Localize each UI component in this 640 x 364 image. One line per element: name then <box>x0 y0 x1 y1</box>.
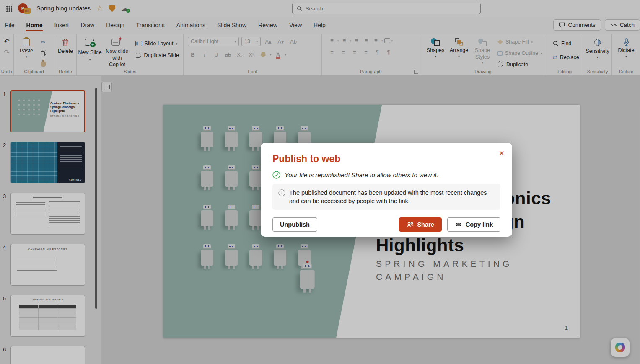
link-icon <box>455 222 462 227</box>
publish-to-web-dialog: Publish to web × Your file is republishe… <box>261 143 512 237</box>
close-icon[interactable]: × <box>499 149 504 158</box>
success-message: Your file is republished! Share to allow… <box>285 171 438 178</box>
unpublish-button[interactable]: Unpublish <box>272 217 317 232</box>
success-message-row: Your file is republished! Share to allow… <box>272 171 500 179</box>
share-people-icon <box>407 222 414 228</box>
info-icon <box>278 189 285 196</box>
info-message-box: The published document has been updated … <box>272 184 500 210</box>
check-circle-icon <box>272 171 280 179</box>
copy-link-button[interactable]: Copy link <box>447 217 500 232</box>
share-button[interactable]: Share <box>399 217 441 232</box>
dialog-title: Publish to web <box>272 153 500 165</box>
info-message: The published document has been updated … <box>289 188 495 205</box>
